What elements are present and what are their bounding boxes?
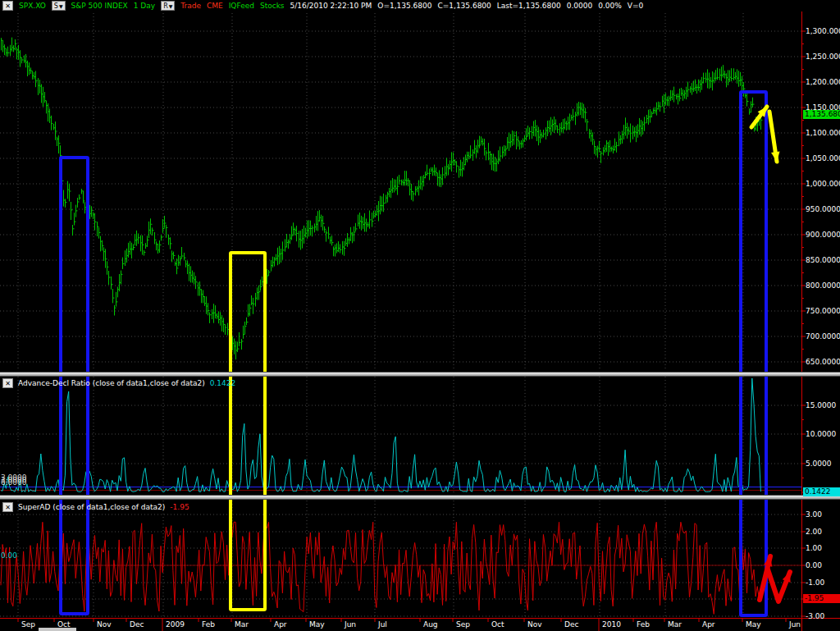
ratio-axis-label: 10.0000 (806, 430, 836, 438)
close-study-icon[interactable]: ✕ (2, 378, 13, 388)
superad-axis-label: -3.00 (806, 612, 824, 620)
panel-header-advance-decline: ✕ Advance-Decl Ratio (close of data1,clo… (2, 378, 235, 388)
last-ratio-box: 0.1422 (803, 487, 840, 496)
study-value: 0.1422 (210, 379, 236, 387)
price-axis-label: 750.0000 (806, 307, 840, 315)
month-axis-label: Nov (97, 620, 112, 629)
price-axis-label: 1,250.0000 (806, 53, 840, 61)
month-axis-label: Sep (456, 620, 470, 629)
price-axis-label: 850.0000 (806, 256, 840, 264)
price-axis-label: 700.0000 (806, 332, 840, 341)
study-title: Advance-Decl Ratio (close of data1,close… (18, 379, 205, 387)
month-axis-label: Oct (491, 620, 504, 629)
price-axis-label: 1,100.0000 (806, 129, 840, 137)
price-axis-label: 800.0000 (806, 281, 840, 290)
month-axis-label: Feb (637, 620, 650, 629)
price-axis-label: 650.0000 (806, 358, 840, 366)
year-axis-label: 2009 (166, 620, 185, 629)
panel-separator-2[interactable] (0, 495, 840, 500)
price-axis-label: 1,300.0000 (806, 27, 840, 35)
price-axis-label: 1,200.0000 (806, 78, 840, 86)
chart-window: ✕ SPX.XOS▼S&P 500 INDEX1 DayR▼TradeCMEIQ… (0, 0, 840, 631)
month-axis-label: Nov (527, 620, 542, 629)
ratio-axis-label: 5.0000 (806, 460, 832, 468)
panel-header-superad: ✕ SuperAD (close of data1,close of data2… (2, 502, 189, 512)
month-axis-label: May (746, 620, 761, 629)
month-axis-label: Mar (235, 620, 249, 629)
superad-axis-label: 1.00 (806, 544, 822, 552)
price-axis-label: 950.0000 (806, 205, 840, 213)
month-axis-label: Feb (202, 620, 215, 629)
month-axis-label: Apr (274, 620, 287, 629)
month-axis-label: Jun (345, 620, 356, 629)
month-axis-label: May (309, 620, 325, 629)
month-axis-label: Jul (378, 620, 387, 629)
highlight-box-may10 (741, 92, 766, 615)
month-axis-label: Aug (423, 620, 438, 629)
month-axis-label: Dec (130, 620, 144, 629)
month-axis-label: Mar (668, 620, 682, 629)
superad-axis-label: 0.00 (806, 561, 822, 569)
study-value: -1.95 (170, 503, 189, 511)
month-axis-label: Jun (789, 620, 801, 629)
price-axis-label: 1,050.0000 (806, 154, 840, 162)
superad-axis-label: 3.00 (806, 510, 822, 519)
chart-canvas[interactable] (0, 0, 840, 631)
superad-axis-label: -1.00 (806, 578, 824, 587)
red-zigzag-arrow (768, 569, 790, 601)
last-superad-box: -1.95 (803, 594, 840, 603)
left-scale-label: 0.0000 (1, 478, 27, 487)
study-title: SuperAD (close of data1,close of data2) (18, 503, 165, 511)
close-study-icon[interactable]: ✕ (2, 502, 13, 512)
last-price-box: 1,135.6801 (803, 110, 840, 119)
price-axis-label: 900.0000 (806, 231, 840, 239)
ratio-axis-label: 15.0000 (806, 401, 836, 409)
year-axis-label: 2010 (602, 620, 621, 629)
horizontal-scrollbar-thumb[interactable] (39, 628, 76, 631)
panel-separator-1[interactable] (0, 372, 840, 377)
superad-axis-label: 2.00 (806, 528, 822, 536)
month-axis-label: Sep (21, 620, 35, 629)
price-axis-label: 1,000.0000 (806, 180, 840, 188)
month-axis-label: Dec (564, 620, 578, 629)
zero-line-label: 0.00 (1, 551, 17, 560)
month-axis-label: Apr (702, 620, 715, 629)
